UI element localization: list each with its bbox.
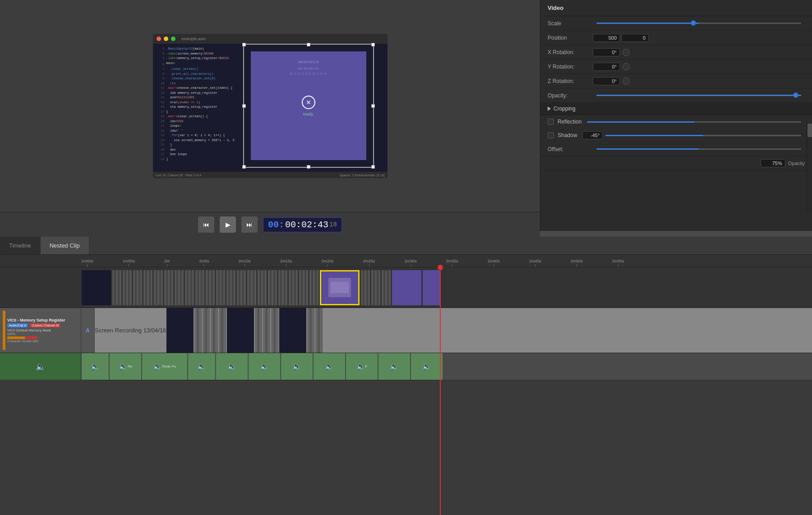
audio-clip-icon: 🔈	[153, 362, 162, 371]
y-rotation-row: Y Rotation:	[540, 60, 812, 74]
inspector-title: Video	[540, 0, 812, 16]
ruler-mark: 2m40s	[488, 259, 500, 267]
thumbnail-item	[382, 270, 391, 305]
shadow-slider[interactable]	[605, 135, 801, 136]
right-scrollbar-thumb[interactable]	[807, 124, 812, 137]
thumbnail-item	[216, 270, 225, 305]
resize-handle-tr[interactable]	[371, 43, 375, 46]
audio-clip-icon: 🔈	[197, 362, 206, 371]
thumbnail-item	[206, 270, 215, 305]
cropping-section-header[interactable]: Cropping	[540, 103, 812, 115]
x-rotation-input[interactable]	[593, 48, 620, 56]
thumbnail-item	[143, 270, 152, 305]
bar1	[7, 336, 25, 339]
thumbnail-item	[289, 270, 298, 305]
shadow-row: Shadow	[540, 129, 812, 142]
reflection-row: Reflection	[540, 115, 812, 129]
z-rotation-input[interactable]	[593, 77, 620, 85]
thumbnail-item	[123, 270, 132, 305]
y-rotation-reset[interactable]	[623, 63, 630, 70]
bank-label: VICII Default Memory Bank	[7, 328, 78, 332]
fast-forward-button[interactable]: ⏭	[241, 216, 258, 233]
nested-clip-overlay[interactable]: ABCDEFGHIJK abcdefghijk 0 1 2 3 4 5 6 7 …	[243, 44, 374, 168]
resize-handle-bc[interactable]	[307, 165, 310, 169]
bar2	[26, 336, 37, 339]
main-clip: A Screen Recording 13/04/16	[81, 308, 812, 353]
clip-thumb	[315, 308, 323, 353]
tab-nested-clip[interactable]: Nested Clip	[41, 237, 89, 254]
rewind-button[interactable]: ⏮	[198, 216, 214, 233]
ruler-mark: 2m30s	[405, 259, 417, 267]
thumbnail-item	[392, 270, 421, 305]
position-x-input[interactable]	[593, 34, 620, 42]
tab-timeline[interactable]: Timeline	[0, 237, 41, 254]
thumbnail-item	[237, 270, 246, 305]
inspector-panel: Video Scale Position X Rotation: Y Rotat…	[540, 0, 812, 231]
opacity-percent-input[interactable]	[761, 159, 785, 167]
audio-clip-icon: 🔈	[292, 362, 301, 371]
audio-clip: 🔈	[82, 353, 109, 380]
audio-clip-icon: 🔈	[325, 362, 334, 371]
video-track: VICII - Memory Setup Register Audio/Clip…	[0, 308, 812, 353]
shadow-checkbox[interactable]	[548, 132, 554, 138]
resize-handle-bl[interactable]	[242, 165, 246, 169]
scale-label: Scale	[548, 20, 593, 27]
offset-slider[interactable]	[596, 148, 801, 150]
resize-handle-mr[interactable]	[371, 104, 375, 108]
z-rotation-row: Z Rotation:	[540, 74, 812, 88]
close-window-dot	[157, 37, 161, 41]
audio-clip: 🔈	[281, 353, 313, 380]
thumbnail-item	[247, 270, 256, 305]
transport-bar: ⏮ ▶ ⏭ 00: 00:02:43 18	[0, 212, 540, 237]
reflection-slider[interactable]	[587, 121, 801, 123]
playhead[interactable]	[440, 267, 441, 515]
audio-clip-icon: 🔈	[227, 362, 236, 371]
timecode-main: 00:02:43	[285, 220, 328, 230]
editor-statusbar: Line 16, Column 26 · Field 2 of 4 Spaces…	[153, 172, 388, 178]
audio-clip-icon: 🔈	[260, 362, 269, 371]
resize-handle-ml[interactable]	[242, 104, 246, 108]
thumbnail-item	[82, 270, 111, 305]
resize-handle-br[interactable]	[371, 165, 375, 169]
resize-handle-tc[interactable]	[307, 43, 310, 46]
thumbnail-strip	[0, 267, 812, 308]
opacity-bottom-label: Opacity	[788, 161, 805, 166]
audio-clip: 🔈 Ro	[110, 353, 141, 380]
x-rotation-reset[interactable]	[623, 49, 630, 56]
clip-thumbnails	[166, 308, 812, 353]
position-y-input[interactable]	[622, 34, 649, 42]
code-editor-preview: example.asm 1.BasicUpstart2(main) 3.labe…	[153, 34, 388, 178]
z-rotation-reset[interactable]	[623, 78, 630, 85]
bank-info: VICII Default Memory Bank 100%	[7, 328, 78, 336]
clip-letter: A	[86, 327, 90, 334]
ruler-mark: 2m20s	[322, 259, 334, 267]
thumbnail-item	[278, 270, 287, 305]
y-rotation-input[interactable]	[593, 63, 620, 71]
thumbnail-item	[258, 270, 267, 305]
audio-clip: 🔈	[188, 353, 215, 380]
ruler-mark: 2m50s	[571, 259, 583, 267]
reflection-checkbox[interactable]	[548, 119, 554, 125]
opacity-label: Opacity:	[548, 92, 593, 99]
clip-content: A Screen Recording 13/04/16	[81, 308, 812, 353]
opacity-slider[interactable]	[596, 95, 801, 96]
audio-clip-icon: 🔈	[390, 362, 399, 371]
clip-thumb	[279, 308, 306, 353]
ruler-mark: 2m45s	[529, 259, 541, 267]
audio-clip: 🔈	[216, 353, 248, 380]
clip-thumb	[203, 308, 210, 353]
ruler-mark: 2m10s	[239, 259, 251, 267]
resize-handle-tl[interactable]	[242, 43, 246, 46]
thumbnail-item	[175, 270, 184, 305]
scale-slider[interactable]	[596, 23, 801, 24]
ruler-mark: 2m55s	[612, 259, 624, 267]
play-button[interactable]: ▶	[220, 216, 236, 233]
shadow-angle-input[interactable]	[582, 131, 603, 139]
opacity-row: Opacity:	[540, 88, 812, 103]
maximize-window-dot	[171, 37, 175, 41]
scale-row: Scale	[540, 16, 812, 31]
nested-clip-inner: ABCDEFGHIJK abcdefghijk 0 1 2 3 4 5 6 7 …	[251, 51, 366, 160]
audio-track-1: 🔈 🔈 🔈 Ro 🔈 Rode Po 🔈	[0, 353, 812, 380]
ruler-mark: 2m5s	[199, 259, 209, 267]
timeline-tabs: Timeline Nested Clip	[0, 237, 812, 255]
